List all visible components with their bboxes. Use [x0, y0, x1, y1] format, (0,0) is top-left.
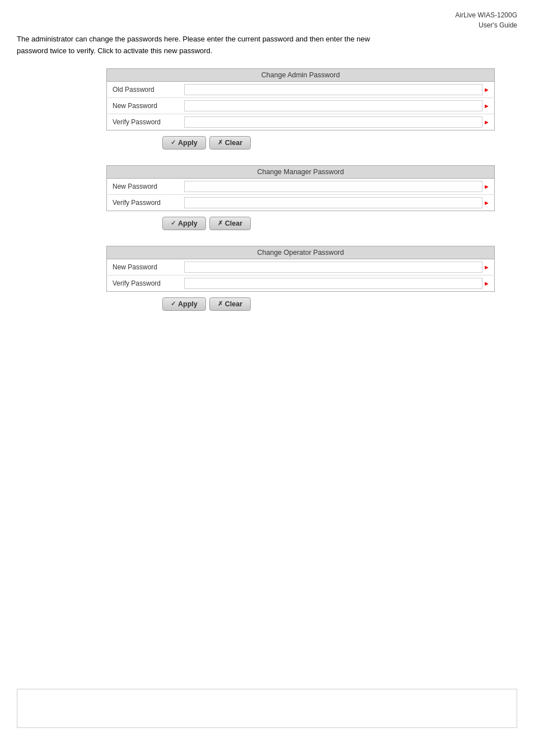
old-password-required: ►	[484, 86, 490, 93]
admin-clear-x-icon: ✗	[218, 139, 223, 146]
new-password-input-manager[interactable]	[184, 181, 483, 192]
new-password-label-manager: New Password	[107, 178, 180, 194]
admin-clear-label: Clear	[225, 139, 242, 147]
old-password-input[interactable]	[184, 84, 483, 95]
new-password-cell-admin: ►	[180, 97, 495, 114]
manager-button-row: ✓ Apply ✗ Clear	[106, 217, 495, 230]
manager-apply-label: Apply	[178, 220, 198, 227]
admin-clear-button[interactable]: ✗ Clear	[209, 136, 251, 150]
note-box	[17, 689, 517, 728]
verify-password-cell-operator: ►	[180, 275, 495, 291]
admin-button-row: ✓ Apply ✗ Clear	[106, 136, 495, 150]
operator-button-row: ✓ Apply ✗ Clear	[106, 297, 495, 311]
new-password-label-operator: New Password	[107, 259, 180, 275]
admin-password-table: Change Admin Password Old Password ► New…	[106, 68, 495, 130]
brand-line2: User's Guide	[455, 20, 517, 30]
manager-clear-label: Clear	[225, 220, 242, 227]
admin-password-section: Change Admin Password Old Password ► New…	[106, 68, 495, 150]
operator-table-header: Change Operator Password	[107, 246, 495, 259]
operator-clear-label: Clear	[225, 300, 242, 308]
verify-password-input-admin[interactable]	[184, 116, 483, 128]
brand-line1: AirLive WIAS-1200G	[455, 10, 517, 20]
new-password-input-admin[interactable]	[184, 100, 483, 111]
new-password-required-manager: ►	[484, 183, 490, 190]
verify-password-label-operator: Verify Password	[107, 275, 180, 291]
new-password-input-operator[interactable]	[184, 262, 483, 273]
brand-header: AirLive WIAS-1200G User's Guide	[455, 10, 517, 30]
verify-password-label-admin: Verify Password	[107, 114, 180, 130]
operator-apply-label: Apply	[178, 300, 198, 308]
description-line1: The administrator can change the passwor…	[17, 34, 517, 45]
operator-apply-check-icon: ✓	[171, 300, 176, 307]
new-password-cell-operator: ►	[180, 259, 495, 275]
manager-apply-button[interactable]: ✓ Apply	[162, 217, 206, 230]
verify-password-required-manager: ►	[484, 199, 490, 206]
manager-table-header: Change Manager Password	[107, 165, 495, 178]
manager-password-section: Change Manager Password New Password ► V…	[106, 165, 495, 230]
verify-password-cell-manager: ►	[180, 194, 495, 211]
new-password-required-admin: ►	[484, 102, 490, 109]
verify-password-label-manager: Verify Password	[107, 194, 180, 211]
description-block: The administrator can change the passwor…	[17, 34, 517, 57]
new-password-cell-manager: ►	[180, 178, 495, 194]
manager-password-table: Change Manager Password New Password ► V…	[106, 165, 495, 211]
new-password-required-operator: ►	[484, 264, 490, 270]
manager-clear-x-icon: ✗	[218, 220, 223, 227]
operator-apply-button[interactable]: ✓ Apply	[162, 297, 206, 311]
manager-clear-button[interactable]: ✗ Clear	[209, 217, 251, 230]
verify-password-input-operator[interactable]	[184, 278, 483, 289]
description-line2: password twice to verify. Click to activ…	[17, 45, 517, 57]
old-password-cell: ►	[180, 81, 495, 97]
operator-clear-button[interactable]: ✗ Clear	[209, 297, 251, 311]
verify-password-required-operator: ►	[484, 280, 490, 287]
admin-table-header: Change Admin Password	[107, 68, 495, 81]
verify-password-required-admin: ►	[484, 119, 490, 125]
admin-apply-label: Apply	[178, 139, 198, 147]
new-password-label-admin: New Password	[107, 97, 180, 114]
operator-password-table: Change Operator Password New Password ► …	[106, 246, 495, 292]
verify-password-cell-admin: ►	[180, 114, 495, 130]
operator-password-section: Change Operator Password New Password ► …	[106, 246, 495, 311]
admin-apply-button[interactable]: ✓ Apply	[162, 136, 206, 150]
operator-clear-x-icon: ✗	[218, 300, 223, 307]
verify-password-input-manager[interactable]	[184, 197, 483, 208]
admin-apply-check-icon: ✓	[171, 139, 176, 146]
manager-apply-check-icon: ✓	[171, 220, 176, 227]
old-password-label: Old Password	[107, 81, 180, 97]
